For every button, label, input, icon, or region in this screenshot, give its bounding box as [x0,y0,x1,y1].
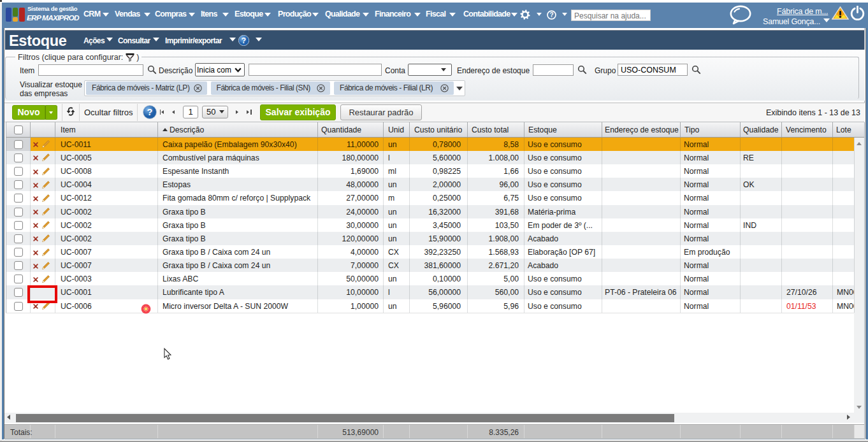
svg-text:?: ? [549,11,553,18]
svg-text:?: ? [242,36,246,45]
svg-text:?: ? [147,107,153,117]
